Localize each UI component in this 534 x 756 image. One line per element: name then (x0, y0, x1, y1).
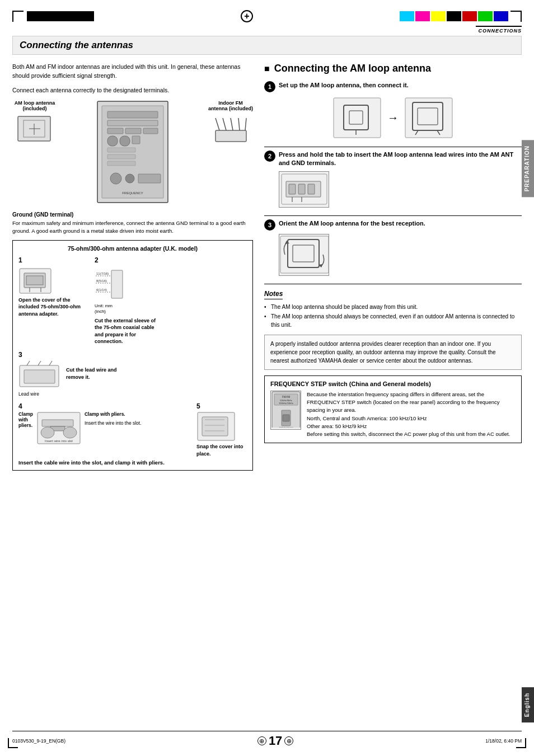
lead-wire-label: Lead wire (18, 391, 60, 397)
svg-rect-32 (111, 270, 123, 298)
left-column: Both AM and FM indoor antennas are inclu… (12, 63, 253, 471)
device-back-panel: FREQUENCY (63, 100, 203, 204)
ohm-step4-label3: Insert the wire into the slot. (85, 420, 142, 426)
am-step1-circle: 1 (264, 81, 275, 92)
color-block-blue (494, 11, 508, 21)
footer-right: 1/18/02, 6:40 PM (485, 738, 522, 744)
svg-rect-29 (26, 276, 43, 285)
top-black-bar (27, 11, 94, 21)
am-step2-img (280, 173, 328, 205)
top-right-area (400, 11, 522, 22)
svg-rect-67 (298, 184, 305, 194)
ohm-adapter-box: 75-ohm/300-ohm antenna adapter (U.K. mod… (12, 240, 253, 471)
step3-divider (264, 284, 522, 284)
ohm-box-title: 75-ohm/300-ohm antenna adapter (U.K. mod… (18, 245, 247, 252)
page-title: Connecting the antennas (20, 40, 514, 51)
svg-text:Insert wire into slot: Insert wire into slot (45, 439, 73, 443)
svg-text:8(5/16): 8(5/16) (96, 279, 107, 283)
footer-center: ⊕ 17 ⊕ (257, 734, 293, 748)
am-section-title: Connecting the AM loop antenna (264, 63, 522, 74)
am-antenna-section: AM loop antenna (included) (12, 100, 57, 144)
title-bar: Connecting the antennas (12, 36, 522, 55)
ohm-step5-text: Snap the cover into place. (196, 443, 247, 457)
am-step3-header: 3 Orient the AM loop antenna for the bes… (264, 219, 522, 231)
color-block-red (462, 11, 477, 21)
right-column: Connecting the AM loop antenna 1 Set up … (264, 63, 522, 471)
svg-point-18 (125, 174, 134, 183)
svg-rect-15 (107, 154, 135, 159)
info-box: A properly installed outdoor antenna pro… (264, 335, 522, 370)
svg-line-24 (231, 118, 233, 130)
svg-text:FREQUENCY: FREQUENCY (122, 191, 143, 195)
am-step3-circle: 3 (264, 219, 275, 231)
ohm-step4-label1: Clampwithpliers. (18, 411, 33, 428)
fm-antenna-img (213, 114, 249, 144)
svg-rect-19 (138, 174, 161, 183)
main-content: Both AM and FM indoor antennas are inclu… (12, 63, 522, 471)
fm-antenna-section: Indoor FM antenna (included) (208, 100, 253, 144)
ohm-step-1: 1 Open the cover of the included 75-ohm/… (18, 256, 86, 318)
svg-line-41 (38, 361, 41, 365)
freq-box-title: FREQUENCY STEP switch (China and General… (270, 381, 516, 387)
am-step2-header: 2 Press and hold the tab to insert the A… (264, 151, 522, 168)
ohm-step4-img: Insert wire into slot (36, 411, 81, 445)
ohm-step-2: 2 11(7/16) 8(5/16) 6(1/14) Unit: (95, 256, 162, 345)
am-step1-illustration: → (264, 97, 522, 139)
color-block-magenta (415, 11, 430, 21)
svg-line-25 (238, 118, 240, 130)
top-decoration-bar (12, 10, 522, 22)
registration-mark (241, 10, 253, 22)
ohm-row-4-5: 4 Clampwithpliers. Insert (18, 402, 247, 457)
svg-point-17 (110, 173, 121, 184)
ohm-step3-text: Cut the lead wire and remove it. (66, 367, 133, 381)
ohm-step1-img (18, 267, 52, 294)
am-step-3: 3 Orient the AM loop antenna for the bes… (264, 219, 522, 276)
svg-rect-13 (132, 136, 140, 144)
notes-list: The AM loop antenna should be placed awa… (264, 303, 522, 329)
svg-text:6(1/14): 6(1/14) (96, 288, 107, 292)
freq-box-content: FM/AM 50kHz/9kHz 100kHz/10kHz FREQUENCY … (270, 391, 516, 439)
am-step1-img-after (404, 97, 453, 139)
step1-divider (264, 147, 522, 147)
english-sidebar: English (522, 687, 534, 722)
top-right-corner (510, 11, 522, 22)
notes-title: Notes (264, 290, 283, 299)
preparation-sidebar: PREPARATION (522, 140, 534, 197)
ohm-step2-img: 11(7/16) 8(5/16) 6(1/14) (95, 267, 137, 301)
footer-crosshair-right: ⊕ (284, 736, 293, 745)
ohm-step2-num: 2 (95, 256, 162, 264)
svg-point-48 (63, 427, 77, 438)
device-back-svg: FREQUENCY (96, 100, 169, 204)
notes-item-1: The AM loop antenna should be placed awa… (264, 303, 522, 311)
svg-rect-6 (107, 111, 158, 118)
svg-line-22 (216, 118, 219, 130)
am-antenna-img (15, 114, 54, 144)
svg-rect-16 (107, 161, 135, 166)
svg-rect-9 (125, 128, 141, 134)
ground-info: Ground (GND terminal) For maximum safety… (12, 212, 253, 234)
intro-para2: Connect each antenna correctly to the de… (12, 86, 253, 95)
ohm-row-3: 3 Lead wire Cut the le (18, 351, 247, 397)
am-step-1: 1 Set up the AM loop antenna, then conne… (264, 81, 522, 139)
svg-rect-68 (308, 184, 315, 194)
svg-text:11(7/16): 11(7/16) (96, 272, 109, 275)
color-block-black (447, 11, 461, 21)
ohm-bottom-text: Insert the cable wire into the slot, and… (18, 459, 247, 466)
freq-box-text: Because the interstation frequency spaci… (307, 391, 516, 439)
header-section: CONNECTIONS (12, 26, 522, 34)
svg-rect-45 (42, 420, 73, 426)
ohm-step2-text: Cut the external sleeve of the 75-ohm co… (95, 317, 162, 345)
ground-desc: For maximum safety and minimum interfere… (12, 219, 253, 234)
ohm-step4-num: 4 (18, 402, 188, 410)
am-step3-illustration (279, 234, 329, 276)
svg-rect-14 (107, 148, 135, 152)
freq-switch-img: FM/AM 50kHz/9kHz 100kHz/10kHz FREQUENCY (270, 391, 301, 430)
ground-title: Ground (GND terminal) (12, 212, 253, 218)
svg-rect-21 (216, 130, 246, 142)
ohm-step3-img (18, 360, 60, 389)
svg-line-42 (49, 361, 52, 365)
bottom-bar: 0103V530_9-19_EN(GB) ⊕ 17 ⊕ 1/18/02, 6:4… (12, 731, 522, 748)
svg-rect-11 (107, 136, 118, 146)
am-step3-img (279, 235, 329, 274)
svg-rect-7 (107, 120, 158, 126)
